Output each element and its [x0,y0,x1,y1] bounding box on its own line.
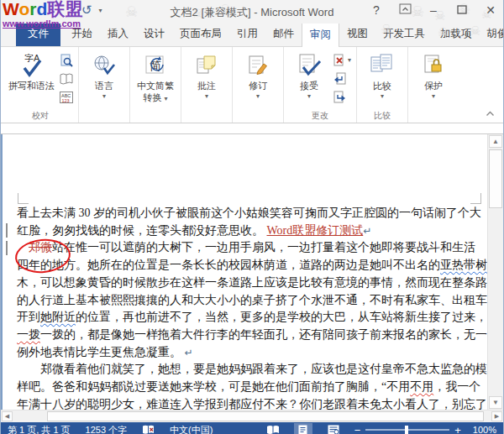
page-indicator[interactable]: 第 1 页, 共 1 页 [8,424,71,434]
read-mode-button[interactable] [264,423,282,434]
accept-button[interactable]: 接受 ▾ [287,50,331,101]
tab-references[interactable]: 引用 [229,23,265,46]
new-comment-button[interactable]: 批注 ▾ [185,50,228,101]
scroll-right-button[interactable]: ▶ [491,411,502,421]
print-layout-button[interactable] [294,423,312,434]
zoom-in-button[interactable]: + [454,425,461,434]
track-changes-label: 修订 [249,81,267,92]
text-run: 例外地表情比学生更焦急凝重。 [17,346,185,358]
tab-design[interactable]: 设计 [136,23,172,46]
tab-developer[interactable]: 开发工具 [375,23,433,46]
proofing-status-button[interactable] [142,425,155,434]
comments-label: 批注 [197,81,216,92]
reject-button[interactable]: ▾ [332,52,353,68]
text-run: 一拨 [17,328,40,341]
spelling-grammar-label: 拼写和语法 [8,81,55,92]
reject-icon [333,54,346,66]
wordlm-logo-letter: W [3,0,18,18]
ribbon-display-options-button[interactable] [397,3,412,17]
document-area[interactable]: 看上去未满 30 岁的司机小伙子被眼前这个小姑娘笑容可掬而又字正腔圆的一句话闹了… [1,134,503,410]
svg-text:123: 123 [62,97,70,102]
proofing-group: 字A 拼写和语法 ABC123 校对 [3,47,78,123]
minimize-button[interactable]: – [426,3,441,17]
tab-insert[interactable]: 插入 [100,23,136,46]
zoom-slider-thumb[interactable] [405,426,408,434]
word-count-button[interactable]: ABC123 [58,89,75,105]
wordlm-watermark: Word联盟 www.wordlm.com [3,0,82,29]
chinese-conversion-group: 简 中文简繁 转换 ▾ [129,47,181,123]
tab-review[interactable]: 审阅 [302,23,339,47]
zoom-level[interactable]: 100% [473,425,496,434]
ribbon-display-options-icon [399,3,412,14]
tab-user[interactable]: 胡俊 [480,23,504,46]
word-count-indicator[interactable]: 1253 个字 [86,424,128,434]
web-layout-button[interactable] [324,423,343,434]
wordlm-logo-letter: 联 [47,0,65,18]
research-button[interactable] [58,52,75,68]
read-mode-icon [266,425,280,434]
text-run: 四年的地方。她所在的位置是一条长长的校园林荫道，道路的两边是她叫不出名的 [17,259,440,271]
zoom-out-button[interactable]: − [354,425,361,434]
maximize-button[interactable] [454,3,470,17]
document-line: 样吧。爸爸和妈妈都说过要送她来学校，可是她在他们面前拍了胸脯，“不用不用，我一个 [17,379,477,396]
tracked-change-bar [6,223,8,238]
document-text[interactable]: 看上去未满 30 岁的司机小伙子被眼前这个小姑娘笑容可掬而又字正腔圆的一句话闹了… [17,205,477,410]
paragraph-mark: ↵ [363,225,371,237]
compare-button[interactable]: 比较 ▾ [360,50,404,101]
chinese-conversion-button[interactable]: 简 中文简繁 转换 ▾ [134,50,177,105]
text-run: 不用 [410,380,433,393]
compare-group-label: 比较 [357,110,407,122]
scroll-down-button[interactable]: ▼ [489,396,502,409]
word-count-icon: ABC123 [60,92,73,103]
collapse-ribbon-button[interactable] [486,105,495,120]
ruler-strip [1,123,503,134]
document-line: 郑微看着他们就笑了，她想，要是她妈妈跟着来了，应该也是这付皇帝不急太监急的模 [17,361,477,379]
print-layout-icon [298,425,307,434]
web-layout-icon [328,425,339,434]
vertical-scrollbar[interactable]: ▲ ▼ [487,134,503,410]
maximize-icon [457,5,467,14]
customize-qat-caret-icon[interactable]: ▾ [99,7,102,14]
document-line: 年满十八岁的聪明少女，难道连入学报到都应付不来？你们老跟着未免太小看人了，别忘了 [17,396,477,410]
protect-button[interactable]: 保护 ▾ [412,50,455,101]
undo-icon[interactable]: ↺ [81,3,92,18]
next-change-button[interactable] [332,89,353,105]
help-button[interactable]: ? [369,3,384,17]
wordlm-logo-letter: d [36,0,47,18]
wordlm-url: www.wordlm.com [3,19,82,29]
horizontal-scrollbar-thumb[interactable] [47,411,484,421]
tab-add-ins[interactable]: 加载项 [433,23,480,46]
accept-label: 接受 [300,81,318,92]
title-bar: ☠☠☠☠☠☠☠☠☠☠ 文档2 [兼容模式] - Microsoft Word ↺… [1,0,503,24]
tab-mailings[interactable]: 邮件 [265,23,302,46]
text-run: 的位置，再也前进不了，当然，更多的是学校的大巴，从车站将新生接了过来， [76,311,487,323]
tab-page-layout[interactable]: 页面布局 [172,23,229,46]
comment-icon [195,50,218,81]
wordlm-logo-letter: o [18,0,29,18]
word-window: ☠☠☠☠☠☠☠☠☠☠ 文档2 [兼容模式] - Microsoft Word ↺… [0,0,504,434]
document-line: 看上去未满 30 岁的司机小伙子被眼前这个小姑娘笑容可掬而又字正腔圆的一句话闹了… [17,205,477,222]
text-run: 的人行道上基本被熙熙攘攘的人和大大小小的桌子挤了个水泄不通，不时有私家车、出租车 [17,294,487,306]
document-line: 四年的地方。她所在的位置是一条长长的校园林荫道，道路的两边是她叫不出名的亚热带树 [17,257,477,275]
changes-group-label: 更改 [284,110,356,122]
proofing-error-icon [142,425,155,434]
vertical-scrollbar-thumb[interactable] [489,149,502,208]
thesaurus-button[interactable] [58,71,75,86]
close-button[interactable]: ✕ [483,3,498,17]
paragraph-mark: ↵ [185,347,193,358]
zoom-slider[interactable] [365,429,449,431]
spelling-grammar-button[interactable]: 字A 拼写和语法 [6,50,57,93]
previous-change-button[interactable] [332,71,353,86]
scroll-up-button[interactable]: ▲ [489,135,502,148]
previous-change-icon [333,72,346,85]
proofing-small-buttons: ABC123 [58,50,75,105]
horizontal-scrollbar[interactable]: ◀ ▶ [1,410,503,422]
tab-view[interactable]: 视图 [339,23,375,46]
track-changes-caret-icon: ▾ [256,93,260,100]
language-button[interactable]: 语言 ▾ [82,50,126,101]
scroll-left-button[interactable]: ◀ [2,411,13,421]
track-changes-button[interactable]: 修订 ▾ [236,50,280,101]
language-indicator[interactable]: 中文(中国) [170,424,213,434]
chinese-conversion-label-line1: 中文简繁 [137,81,174,92]
document-line: 的人行道上基本被熙熙攘攘的人和大大小小的桌子挤了个水泄不通，不时有私家车、出租车 [17,292,477,310]
